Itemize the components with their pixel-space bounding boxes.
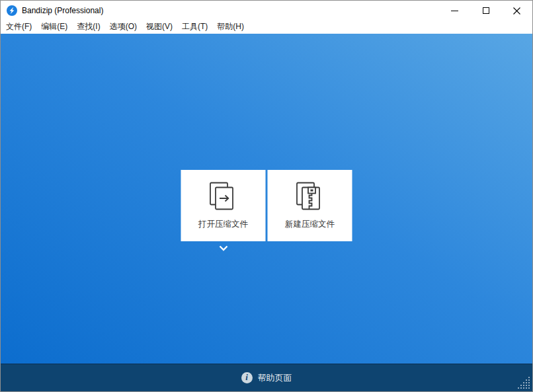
titlebar: Bandizip (Professional) <box>1 1 532 20</box>
main-area: 打开压缩文件 新建压缩文件 <box>1 34 532 365</box>
close-button[interactable] <box>501 1 532 20</box>
new-archive-label: 新建压缩文件 <box>285 219 335 230</box>
window-title: Bandizip (Professional) <box>22 6 103 15</box>
close-icon <box>513 7 520 15</box>
resize-grip-icon[interactable] <box>518 377 530 389</box>
minimize-button[interactable] <box>439 1 470 20</box>
minimize-icon <box>451 11 458 11</box>
open-archive-card[interactable]: 打开压缩文件 <box>181 170 266 241</box>
menu-tools[interactable]: 工具(T) <box>177 20 212 34</box>
help-bar[interactable]: i 帮助页面 <box>1 364 532 391</box>
info-icon: i <box>241 372 253 383</box>
menu-view[interactable]: 视图(V) <box>142 20 177 34</box>
maximize-button[interactable] <box>470 1 501 20</box>
new-archive-card[interactable]: 新建压缩文件 <box>268 170 352 241</box>
open-archive-icon <box>208 181 239 212</box>
menu-options[interactable]: 选项(O) <box>105 20 142 34</box>
menu-edit[interactable]: 编辑(E) <box>36 20 72 34</box>
help-page-label: 帮助页面 <box>258 372 292 384</box>
menu-find[interactable]: 查找(I) <box>72 20 104 34</box>
bandizip-window: Bandizip (Professional) 文件(F) 编辑(E) 查找(I… <box>0 0 533 392</box>
new-archive-icon <box>295 181 325 212</box>
chevron-down-icon[interactable] <box>219 245 229 251</box>
menubar: 文件(F) 编辑(E) 查找(I) 选项(O) 视图(V) 工具(T) 帮助(H… <box>1 20 532 34</box>
maximize-icon <box>483 7 489 14</box>
menu-file[interactable]: 文件(F) <box>1 20 36 34</box>
menu-help[interactable]: 帮助(H) <box>212 20 249 34</box>
open-archive-label: 打开压缩文件 <box>198 219 248 230</box>
bandizip-logo-icon <box>7 5 17 16</box>
action-cards: 打开压缩文件 新建压缩文件 <box>181 170 352 241</box>
window-controls <box>439 1 532 20</box>
